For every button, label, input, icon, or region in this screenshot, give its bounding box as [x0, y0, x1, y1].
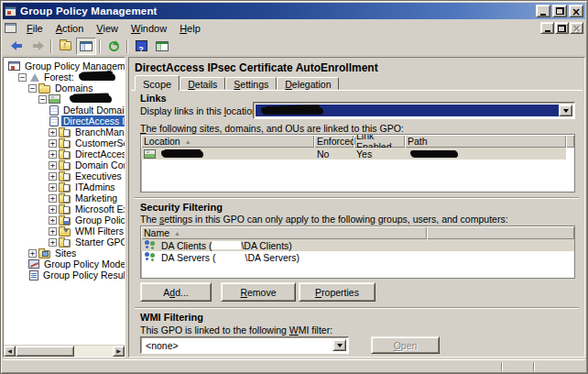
dropdown-arrow-icon[interactable] — [332, 339, 346, 351]
new-window-button[interactable] — [152, 38, 172, 55]
tree-item-directaccess[interactable]: +DirectAccess — [5, 148, 125, 160]
domains-folder-icon — [38, 85, 50, 94]
properties-button[interactable]: Properties — [299, 282, 376, 302]
tree-item-executives[interactable]: +Executives — [5, 170, 125, 182]
scrollbar-track[interactable] — [74, 346, 113, 357]
expand-box[interactable]: + — [49, 150, 57, 159]
tree-horizontal-scrollbar[interactable]: ◀ ▶ — [4, 345, 125, 357]
expand-box[interactable]: + — [49, 183, 57, 192]
tab-delegation[interactable]: Delegation — [277, 77, 339, 90]
dropdown-arrow-icon[interactable] — [559, 104, 572, 116]
column-header-location[interactable]: Location▲ — [141, 135, 314, 148]
close-icon — [572, 21, 581, 35]
tree-item-group-policy-obje[interactable]: +Group Policy Obje — [5, 214, 125, 226]
tree-item-default-domain-p[interactable]: Default Domain P — [5, 104, 125, 116]
expand-box[interactable]: + — [49, 194, 57, 203]
expand-box[interactable]: + — [49, 128, 57, 137]
tree-item-itadmins[interactable]: +ITAdmins — [5, 182, 125, 192]
tree-item-forest[interactable]: −Forest: — [5, 72, 125, 82]
menu-action[interactable]: Action — [49, 21, 91, 36]
expand-box[interactable]: + — [49, 161, 57, 170]
add-button[interactable]: Add... — [140, 282, 212, 302]
tree-item-domain[interactable]: − — [5, 94, 125, 104]
column-header-path[interactable]: Path — [405, 135, 566, 148]
tree-item-label: Sites — [53, 248, 78, 258]
tree-item-sites[interactable]: +Sites — [5, 248, 125, 258]
menu-file[interactable]: File — [20, 21, 49, 36]
sort-ascending-icon: ▲ — [185, 138, 191, 145]
expand-box[interactable]: + — [49, 172, 57, 181]
expand-box[interactable]: + — [49, 227, 57, 236]
tree-item-domains[interactable]: −Domains — [5, 82, 125, 94]
sites-icon — [38, 250, 50, 258]
restore-button[interactable] — [552, 5, 567, 17]
child-close-button[interactable] — [570, 22, 583, 34]
menu-window[interactable]: Window — [125, 21, 173, 36]
scope-tab-page: Links Display links in this location: Th… — [131, 90, 583, 355]
menu-view[interactable]: View — [90, 21, 125, 36]
up-one-level-button[interactable] — [55, 38, 75, 55]
minimize-button[interactable] — [536, 5, 550, 17]
tree-item-branchmanagers[interactable]: +BranchManagers — [5, 126, 125, 138]
forward-icon — [32, 41, 44, 50]
remove-button[interactable]: Remove — [221, 282, 296, 302]
ou-icon — [59, 129, 71, 138]
tab-details[interactable]: Details — [180, 77, 225, 90]
tree-item-microsoft-exchan[interactable]: +Microsoft Exchan — [5, 204, 125, 214]
tree-item-wmi-filters[interactable]: +WMI Filters — [5, 226, 125, 236]
tab-scope[interactable]: Scope — [135, 75, 180, 91]
tree-item-marketing[interactable]: +Marketing — [5, 192, 125, 204]
refresh-button[interactable] — [103, 38, 124, 55]
tree-item-label: Microsoft Exchan — [73, 204, 125, 214]
scroll-left-button[interactable]: ◀ — [4, 346, 16, 357]
ou-icon — [59, 173, 71, 182]
back-button[interactable] — [6, 38, 27, 55]
gpo-title: DirectAccess IPsec Certificate AutoEnrol… — [131, 60, 583, 75]
expand-box[interactable]: + — [49, 238, 57, 247]
help-button[interactable] — [131, 38, 151, 55]
tree-item-label: Group Policy Obje — [73, 214, 125, 226]
forward-button[interactable] — [27, 38, 48, 55]
open-button[interactable]: Open — [371, 336, 440, 354]
close-icon — [572, 5, 581, 18]
column-header-enforced[interactable]: Enforced — [314, 135, 354, 148]
expand-box[interactable]: + — [49, 205, 57, 214]
location-dropdown[interactable] — [253, 102, 575, 119]
child-minimize-button[interactable] — [540, 22, 554, 34]
collapse-box[interactable]: − — [18, 73, 27, 82]
expand-box[interactable]: + — [28, 249, 37, 258]
child-restore-button[interactable] — [555, 22, 569, 34]
tree-item-label: Forest: — [42, 72, 76, 82]
show-console-tree-button[interactable] — [76, 38, 96, 55]
tree-item-starter-gpos[interactable]: +Starter GPOs — [5, 236, 125, 248]
tab-settings[interactable]: Settings — [225, 77, 277, 90]
wmi-filter-dropdown[interactable]: <none> — [140, 336, 349, 354]
tree-item-customerservice[interactable]: +CustomerService — [5, 138, 125, 148]
close-button[interactable] — [569, 5, 583, 17]
security-group-row-da-clients[interactable]: DA Clients (\DA Clients) — [141, 239, 574, 251]
scrollbar-thumb[interactable] — [16, 346, 74, 357]
wmi-filter-value: <none> — [143, 339, 332, 351]
collapse-box[interactable]: − — [38, 95, 47, 104]
tree-item-label: DirectAccess — [73, 148, 125, 160]
tree-item-group-policy-modeling[interactable]: Group Policy Modeling — [5, 258, 125, 270]
expand-box[interactable]: + — [49, 216, 57, 225]
tree-item-domain-controller[interactable]: +Domain Controller — [5, 160, 125, 170]
security-group-row-da-servers[interactable]: DA Servers (\DA Servers) — [141, 251, 574, 263]
tree: Group Policy Management−Forest: −Domains… — [5, 60, 125, 280]
collapse-box[interactable]: − — [28, 84, 37, 93]
tree-item-directaccess-ipse[interactable]: DirectAccess IPse — [5, 116, 125, 126]
ou-icon — [59, 195, 71, 204]
links-table-row[interactable]: NoYes — [141, 148, 574, 160]
tree-item-group-policy-results[interactable]: Group Policy Results — [5, 270, 125, 280]
up-one-level-icon — [60, 41, 71, 50]
column-header-link-enabled[interactable]: Link Enabled — [354, 135, 405, 148]
menu-help[interactable]: Help — [173, 21, 207, 36]
column-label: Location — [144, 136, 180, 147]
column-header-name[interactable]: Name▲ — [141, 226, 427, 239]
tree-item-group-policy-management[interactable]: Group Policy Management — [5, 60, 125, 72]
scroll-right-button[interactable]: ▶ — [113, 346, 125, 357]
tree-item-label: Group Policy Results — [41, 270, 125, 280]
restore-icon — [556, 7, 564, 15]
expand-box[interactable]: + — [49, 139, 57, 148]
